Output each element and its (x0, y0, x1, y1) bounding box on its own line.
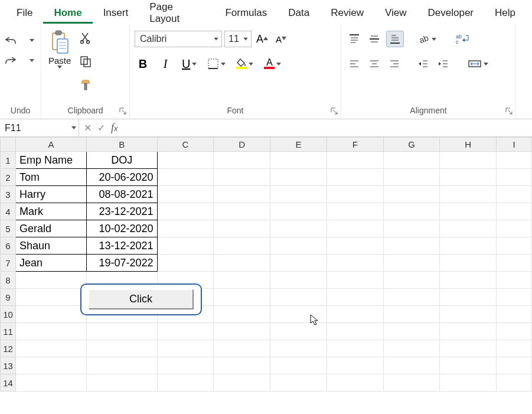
orientation-button[interactable]: ab (416, 31, 439, 47)
cell-D10[interactable] (214, 306, 270, 323)
merge-center-button[interactable] (465, 56, 491, 72)
cell-B11[interactable] (86, 323, 157, 340)
cell-A10[interactable] (15, 306, 86, 323)
fx-icon[interactable]: fx (111, 122, 118, 134)
cell-C12[interactable] (157, 340, 214, 357)
cell-I10[interactable] (497, 306, 532, 323)
cell-E6[interactable] (270, 237, 327, 255)
cell-H4[interactable] (440, 203, 497, 220)
cell-I2[interactable] (497, 169, 532, 186)
cell-A4[interactable]: Mark (15, 203, 86, 220)
cell-D12[interactable] (214, 340, 270, 357)
cell-E1[interactable] (270, 152, 327, 169)
cell-G7[interactable] (383, 255, 440, 272)
col-header-C[interactable]: C (157, 138, 214, 152)
cell-I7[interactable] (497, 255, 532, 272)
cell-G2[interactable] (383, 169, 440, 186)
font-size-combo[interactable] (224, 31, 252, 47)
menu-item-formulas[interactable]: Formulas (214, 1, 278, 24)
increase-font-button[interactable]: A (254, 31, 270, 47)
undo-dropdown[interactable] (23, 32, 40, 48)
cell-I13[interactable] (497, 357, 532, 374)
cell-F8[interactable] (327, 272, 383, 289)
cell-I12[interactable] (497, 340, 532, 357)
row-header-9[interactable]: 9 (1, 289, 16, 306)
format-painter-button[interactable] (77, 77, 94, 93)
menu-item-view[interactable]: View (374, 1, 417, 24)
cell-I11[interactable] (497, 323, 532, 340)
menu-item-data[interactable]: Data (278, 1, 320, 24)
cell-A6[interactable]: Shaun (15, 237, 86, 255)
cell-A3[interactable]: Harry (15, 186, 86, 203)
row-header-14[interactable]: 14 (1, 374, 16, 392)
row-header-10[interactable]: 10 (1, 306, 16, 323)
cell-D14[interactable] (214, 374, 270, 392)
copy-button[interactable] (77, 53, 94, 70)
row-header-11[interactable]: 11 (1, 323, 16, 340)
cell-H2[interactable] (440, 169, 497, 186)
cell-B6[interactable]: 13-12-2021 (86, 237, 157, 255)
cell-A13[interactable] (15, 357, 86, 374)
cell-G9[interactable] (383, 289, 440, 306)
cell-F10[interactable] (327, 306, 383, 323)
cell-H14[interactable] (440, 374, 497, 392)
cell-H7[interactable] (440, 255, 497, 272)
row-header-2[interactable]: 2 (1, 169, 16, 186)
borders-button[interactable] (205, 56, 228, 72)
row-header-5[interactable]: 5 (1, 220, 16, 237)
cell-C1[interactable] (157, 152, 214, 169)
click-button[interactable]: Click (89, 289, 194, 309)
cell-A5[interactable]: Gerald (15, 220, 86, 237)
cell-G12[interactable] (383, 340, 440, 357)
cell-D4[interactable] (214, 203, 270, 220)
cell-I1[interactable] (497, 152, 532, 169)
cell-H11[interactable] (440, 323, 497, 340)
cell-D2[interactable] (214, 169, 270, 186)
cell-F3[interactable] (327, 186, 383, 203)
cell-A9[interactable] (15, 289, 86, 306)
cell-F1[interactable] (327, 152, 383, 169)
menu-item-developer[interactable]: Developer (417, 1, 485, 24)
row-header-1[interactable]: 1 (1, 152, 16, 169)
cell-F12[interactable] (327, 340, 383, 357)
cell-H9[interactable] (440, 289, 497, 306)
alignment-dialog-launcher[interactable] (505, 107, 513, 115)
menu-item-insert[interactable]: Insert (93, 1, 139, 24)
cell-C11[interactable] (157, 323, 214, 340)
cell-I6[interactable] (497, 237, 532, 255)
cell-A12[interactable] (15, 340, 86, 357)
cell-H5[interactable] (440, 220, 497, 237)
col-header-H[interactable]: H (440, 138, 497, 152)
row-header-13[interactable]: 13 (1, 357, 16, 374)
cell-F2[interactable] (327, 169, 383, 186)
menu-item-help[interactable]: Help (484, 1, 526, 24)
cell-E14[interactable] (270, 374, 327, 392)
cell-G10[interactable] (383, 306, 440, 323)
cell-E3[interactable] (270, 186, 327, 203)
cell-D5[interactable] (214, 220, 270, 237)
clipboard-dialog-launcher[interactable] (119, 107, 127, 115)
font-color-button[interactable]: A (262, 56, 283, 72)
decrease-font-button[interactable]: A (273, 31, 289, 47)
spreadsheet-grid[interactable]: ABCDEFGHI1Emp NameDOJ2Tom20-06-20203Harr… (0, 137, 532, 392)
cell-G8[interactable] (383, 272, 440, 289)
cell-B7[interactable]: 19-07-2022 (86, 255, 157, 272)
cell-G1[interactable] (383, 152, 440, 169)
row-header-7[interactable]: 7 (1, 255, 16, 272)
cell-E2[interactable] (270, 169, 327, 186)
row-header-6[interactable]: 6 (1, 237, 16, 255)
fill-color-button[interactable] (234, 56, 256, 72)
align-top-button[interactable] (346, 31, 363, 47)
menu-item-review[interactable]: Review (320, 1, 374, 24)
cell-F6[interactable] (327, 237, 383, 255)
menu-item-home[interactable]: Home (43, 1, 92, 24)
row-header-8[interactable]: 8 (1, 272, 16, 289)
bold-button[interactable]: B (135, 56, 151, 72)
paste-button[interactable]: Paste (46, 28, 73, 70)
decrease-indent-button[interactable] (414, 56, 431, 72)
cell-D6[interactable] (214, 237, 270, 255)
cell-I14[interactable] (497, 374, 532, 392)
cell-D11[interactable] (214, 323, 270, 340)
cell-D13[interactable] (214, 357, 270, 374)
cell-C3[interactable] (157, 186, 214, 203)
